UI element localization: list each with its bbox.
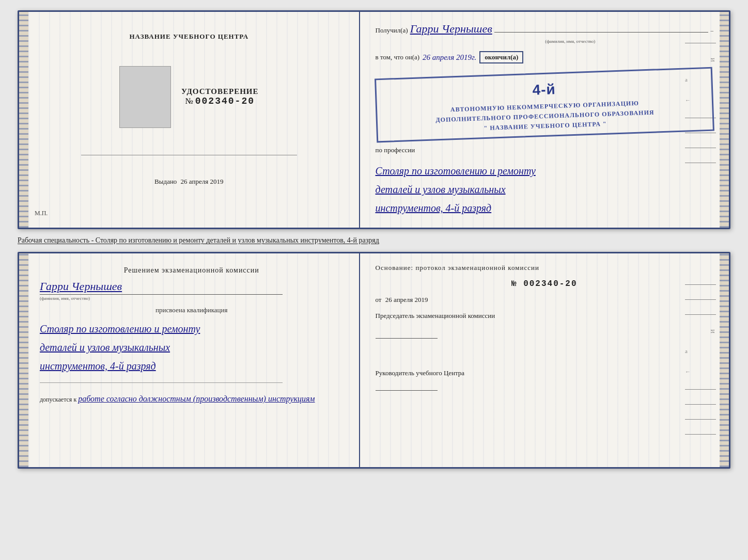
osnovanie-label: Основание: протокол экзаменационной коми…	[376, 264, 713, 272]
bottom-number: 002340-20	[523, 279, 577, 289]
qual-line2: деталей и узлов музыкальных	[40, 338, 344, 357]
prisvoena-label: присвоена квалификация	[40, 306, 344, 314]
rukovoditel-label: Руководитель учебного Центра	[376, 369, 713, 378]
work-text: работе согласно должностным (производств…	[78, 394, 315, 403]
fio-sublabel: (фамилия, имя, отчество)	[376, 39, 713, 44]
po-professii-label: по профессии	[376, 146, 713, 154]
profession-line3: инструментов, 4-й разряд	[376, 199, 713, 217]
bottom-left-panel: Решением экзаменационной комиссии Гарри …	[19, 253, 360, 467]
bottom-number-block: № 002340-20	[376, 279, 713, 289]
poluchil-line: Получил(а) Гарри Чернышев –	[376, 22, 713, 36]
diploma-left-panel: НАЗВАНИЕ УЧЕБНОГО ЦЕНТРА УДОСТОВЕРЕНИЕ №…	[19, 12, 360, 228]
bottom-right-panel: И а ← Основание: протокол экзаменационно…	[360, 253, 729, 467]
qual-line1: Столяр по изготовлению и ремонту	[40, 319, 344, 338]
bottom-fio-label: (фамилия, имя, отчество)	[40, 296, 90, 301]
photo-placeholder	[119, 66, 171, 128]
udostoverenie-label: УДОСТОВЕРЕНИЕ	[181, 87, 259, 96]
okonchil-box: окончил(а)	[479, 51, 523, 63]
dopuskaetsya-block: допускается к работе согласно должностны…	[40, 394, 344, 404]
resheniem-text: Решением экзаменационной комиссии	[40, 266, 344, 275]
diploma-document: НАЗВАНИЕ УЧЕБНОГО ЦЕНТРА УДОСТОВЕРЕНИЕ №…	[18, 10, 730, 229]
udostoverenie-block: УДОСТОВЕРЕНИЕ № 002340-20	[181, 87, 259, 106]
date-inline: 26 апреля 2019г.	[423, 53, 476, 62]
ot-prefix: от	[376, 296, 382, 303]
profession-line1: Столяр по изготовлению и ремонту	[376, 162, 713, 180]
vydano-label: Выдано	[154, 178, 177, 185]
vydano-block: Выдано 26 апреля 2019	[154, 178, 223, 186]
profession-block: Столяр по изготовлению и ремонту деталей…	[376, 162, 713, 217]
vtom-prefix: в том, что он(а)	[376, 53, 420, 61]
diploma-center-title: НАЗВАНИЕ УЧЕБНОГО ЦЕНТРА	[129, 33, 248, 41]
vydano-date: 26 апреля 2019	[181, 178, 224, 185]
dopuskaetsya-prefix: допускается к	[40, 396, 76, 403]
ot-line: от 26 апреля 2019	[376, 296, 713, 304]
bottom-date: 26 апреля 2019	[385, 296, 428, 303]
bottom-recipient-name: Гарри Чернышев	[40, 280, 122, 293]
bottom-qualification-block: Столяр по изготовлению и ремонту деталей…	[40, 319, 344, 375]
predsedatel-label: Председатель экзаменационной комиссии	[376, 311, 713, 321]
bottom-document: Решением экзаменационной комиссии Гарри …	[18, 252, 730, 469]
qual-line3: инструментов, 4-й разряд	[40, 357, 344, 375]
bottom-right-decoration: И а ←	[685, 284, 716, 435]
bottom-name-block: Гарри Чернышев (фамилия, имя, отчество)	[40, 280, 344, 301]
number-prefix: №	[185, 97, 193, 105]
vtom-line: в том, что он(а) 26 апреля 2019г. окончи…	[376, 51, 713, 63]
description-line: Рабочая специальность - Столяр по изгото…	[18, 235, 730, 246]
diploma-right-panel: И а ← Получил(а) Гарри Чернышев – (фамил…	[360, 12, 729, 228]
udostoverenie-number: 002340-20	[195, 96, 255, 106]
mp-block: М.П.	[35, 210, 48, 217]
poluchil-prefix: Получил(а)	[376, 26, 408, 35]
profession-line2: деталей и узлов музыкальных	[376, 180, 713, 199]
recipient-name: Гарри Чернышев	[410, 22, 492, 36]
bottom-number-prefix: №	[511, 279, 518, 289]
stamp-block: 4-й АВТОНОМНУЮ НЕКОММЕРЧЕСКУЮ ОРГАНИЗАЦИ…	[375, 67, 714, 143]
